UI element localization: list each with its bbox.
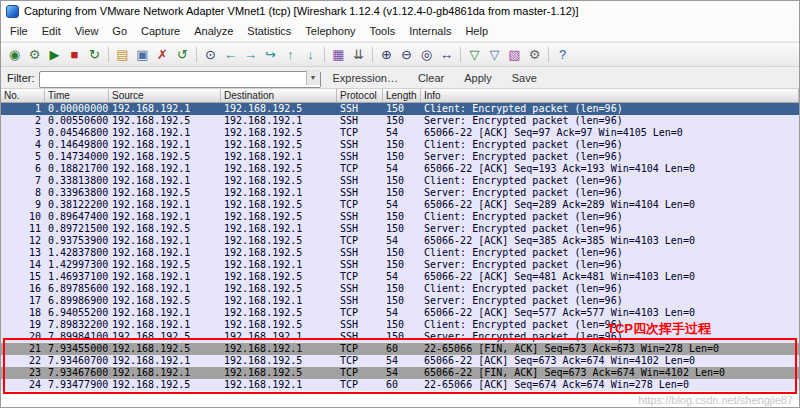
- save-button[interactable]: Save: [504, 70, 545, 86]
- capture-filters-icon[interactable]: ▽: [465, 45, 484, 64]
- column-header-source[interactable]: Source: [109, 89, 221, 102]
- cell-length: 150: [383, 247, 421, 259]
- cell-destination: 192.168.192.5: [221, 271, 337, 283]
- cell-no: 18: [1, 307, 45, 319]
- apply-button[interactable]: Apply: [456, 70, 500, 86]
- cell-length: 150: [383, 283, 421, 295]
- go-first-icon[interactable]: ↑: [281, 45, 300, 64]
- cell-time: 7.93460700: [45, 355, 109, 367]
- open-file-icon[interactable]: ▤: [113, 45, 132, 64]
- find-packet-icon[interactable]: ⊙: [201, 45, 220, 64]
- packet-row[interactable]: 20.00550600192.168.192.5192.168.192.1SSH…: [1, 115, 799, 127]
- packet-row[interactable]: 151.46937100192.168.192.1192.168.192.5TC…: [1, 271, 799, 283]
- packet-row[interactable]: 141.42997300192.168.192.5192.168.192.1SS…: [1, 259, 799, 271]
- menu-help[interactable]: Help: [458, 22, 495, 40]
- cell-no: 3: [1, 127, 45, 139]
- display-filters-icon[interactable]: ▽: [485, 45, 504, 64]
- clear-button[interactable]: Clear: [410, 70, 452, 86]
- column-header-protocol[interactable]: Protocol: [337, 89, 383, 102]
- zoom-in-icon[interactable]: ⊕: [377, 45, 396, 64]
- colorize-icon[interactable]: ▦: [329, 45, 348, 64]
- packet-row[interactable]: 186.94055200192.168.192.1192.168.192.5TC…: [1, 307, 799, 319]
- chevron-down-icon[interactable]: ▼: [306, 70, 320, 85]
- column-header-no[interactable]: No.: [1, 89, 45, 102]
- packet-row[interactable]: 40.14649800192.168.192.1192.168.192.5SSH…: [1, 139, 799, 151]
- cell-no: 10: [1, 211, 45, 223]
- menu-view[interactable]: View: [68, 22, 106, 40]
- cell-source: 192.168.192.5: [109, 187, 221, 199]
- packet-row[interactable]: 217.93455000192.168.192.5192.168.192.1TC…: [1, 343, 799, 355]
- packet-row[interactable]: 176.89986900192.168.192.5192.168.192.1SS…: [1, 295, 799, 307]
- go-back-icon[interactable]: ←: [221, 45, 240, 64]
- packet-row[interactable]: 50.14734000192.168.192.5192.168.192.1SSH…: [1, 151, 799, 163]
- menu-go[interactable]: Go: [105, 22, 134, 40]
- expression-button[interactable]: Expression…: [325, 70, 406, 86]
- packet-row[interactable]: 100.89647400192.168.192.1192.168.192.5SS…: [1, 211, 799, 223]
- column-header-time[interactable]: Time: [45, 89, 109, 102]
- packet-row[interactable]: 247.93477900192.168.192.5192.168.192.1TC…: [1, 379, 799, 391]
- cell-info: 22-65066 [ACK] Seq=674 Ack=674 Win=278 L…: [421, 379, 799, 391]
- packet-row[interactable]: 207.89984100192.168.192.5192.168.192.1SS…: [1, 331, 799, 343]
- cell-length: 150: [383, 151, 421, 163]
- packet-row[interactable]: 10.00000000192.168.192.1192.168.192.5SSH…: [1, 103, 799, 115]
- go-to-packet-icon[interactable]: ↪: [261, 45, 280, 64]
- cell-protocol: SSH: [337, 283, 383, 295]
- cell-no: 15: [1, 271, 45, 283]
- zoom-out-icon[interactable]: ⊖: [397, 45, 416, 64]
- help-icon[interactable]: ?: [553, 45, 572, 64]
- column-header-destination[interactable]: Destination: [221, 89, 337, 102]
- cell-length: 150: [383, 103, 421, 115]
- packet-row[interactable]: 80.33963800192.168.192.5192.168.192.1SSH…: [1, 187, 799, 199]
- packet-row[interactable]: 60.18821700192.168.192.1192.168.192.5TCP…: [1, 163, 799, 175]
- cell-protocol: SSH: [337, 247, 383, 259]
- menu-analyze[interactable]: Analyze: [187, 22, 240, 40]
- packet-row[interactable]: 227.93460700192.168.192.1192.168.192.5TC…: [1, 355, 799, 367]
- packet-row[interactable]: 131.42837800192.168.192.1192.168.192.5SS…: [1, 247, 799, 259]
- menu-capture[interactable]: Capture: [134, 22, 187, 40]
- menu-internals[interactable]: Internals: [402, 22, 458, 40]
- coloring-rules-icon[interactable]: ▧: [505, 45, 524, 64]
- packet-row[interactable]: 70.33813800192.168.192.1192.168.192.5SSH…: [1, 175, 799, 187]
- menu-statistics[interactable]: Statistics: [240, 22, 298, 40]
- cell-protocol: TCP: [337, 127, 383, 139]
- cell-info: Server: Encrypted packet (len=96): [421, 151, 799, 163]
- capture-options-icon[interactable]: ⚙: [25, 45, 44, 64]
- menu-tools[interactable]: Tools: [363, 22, 403, 40]
- go-forward-icon[interactable]: →: [241, 45, 260, 64]
- reload-icon[interactable]: ↺: [173, 45, 192, 64]
- start-capture-icon[interactable]: ▶: [45, 45, 64, 64]
- packet-row[interactable]: 166.89785600192.168.192.1192.168.192.5SS…: [1, 283, 799, 295]
- zoom-100-icon[interactable]: ◎: [417, 45, 436, 64]
- menu-telephony[interactable]: Telephony: [298, 22, 362, 40]
- cell-destination: 192.168.192.5: [221, 103, 337, 115]
- titlebar[interactable]: Capturing from VMware Network Adapter VM…: [1, 1, 799, 21]
- packet-row[interactable]: 237.93467600192.168.192.1192.168.192.5TC…: [1, 367, 799, 379]
- cell-no: 8: [1, 187, 45, 199]
- menu-edit[interactable]: Edit: [35, 22, 68, 40]
- packet-row[interactable]: 90.38122200192.168.192.1192.168.192.5TCP…: [1, 199, 799, 211]
- packet-row[interactable]: 110.89721500192.168.192.5192.168.192.1SS…: [1, 223, 799, 235]
- cell-time: 0.00000000: [45, 103, 109, 115]
- cell-length: 54: [383, 307, 421, 319]
- filter-input[interactable]: [39, 71, 321, 88]
- save-file-icon[interactable]: ▣: [133, 45, 152, 64]
- go-last-icon[interactable]: ↓: [301, 45, 320, 64]
- packet-row[interactable]: 197.89832200192.168.192.1192.168.192.5SS…: [1, 319, 799, 331]
- list-interfaces-icon[interactable]: ◉: [5, 45, 24, 64]
- menu-file[interactable]: File: [3, 22, 35, 40]
- cell-source: 192.168.192.1: [109, 367, 221, 379]
- cell-protocol: SSH: [337, 295, 383, 307]
- preferences-icon[interactable]: ⚙: [525, 45, 544, 64]
- restart-capture-icon[interactable]: ↻: [85, 45, 104, 64]
- cell-protocol: SSH: [337, 175, 383, 187]
- resize-columns-icon[interactable]: ↔: [437, 45, 456, 64]
- close-file-icon[interactable]: ✗: [153, 45, 172, 64]
- stop-capture-icon[interactable]: ■: [65, 45, 84, 64]
- cell-info: 65066-22 [ACK] Seq=673 Ack=674 Win=4102 …: [421, 355, 799, 367]
- column-header-length[interactable]: Length: [383, 89, 421, 102]
- packet-row[interactable]: 120.93753900192.168.192.1192.168.192.5TC…: [1, 235, 799, 247]
- column-header-info[interactable]: Info: [421, 89, 799, 102]
- cell-no: 9: [1, 199, 45, 211]
- auto-scroll-icon[interactable]: ⇊: [349, 45, 368, 64]
- packet-row[interactable]: 30.04546800192.168.192.1192.168.192.5TCP…: [1, 127, 799, 139]
